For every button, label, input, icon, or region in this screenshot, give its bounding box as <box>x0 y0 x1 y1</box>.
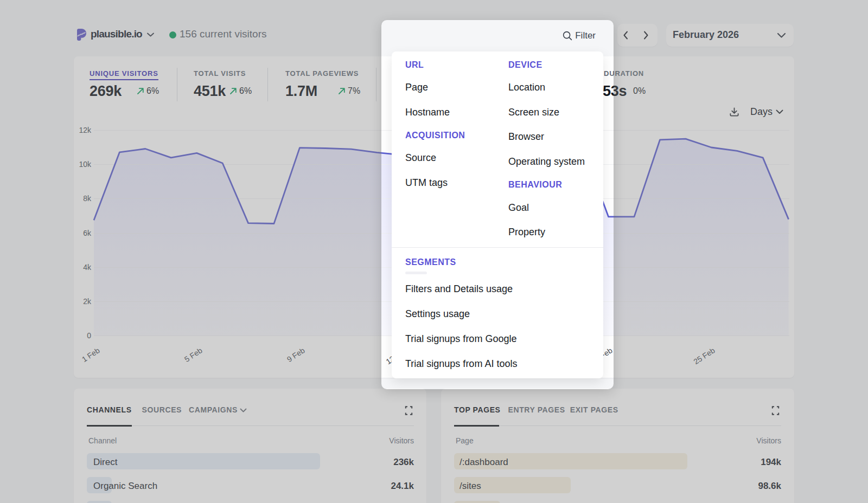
svg-text:12k: 12k <box>79 126 92 134</box>
svg-text:4k: 4k <box>83 263 92 272</box>
svg-text:9 Feb: 9 Feb <box>285 346 307 364</box>
svg-text:10k: 10k <box>79 160 92 169</box>
svg-text:8k: 8k <box>83 194 92 203</box>
svg-text:1 Feb: 1 Feb <box>80 346 101 364</box>
svg-text:5 Feb: 5 Feb <box>183 346 204 364</box>
svg-text:0: 0 <box>87 331 91 340</box>
svg-text:6k: 6k <box>83 229 92 237</box>
svg-text:2k: 2k <box>83 297 92 306</box>
svg-text:25 Feb: 25 Feb <box>692 346 716 366</box>
